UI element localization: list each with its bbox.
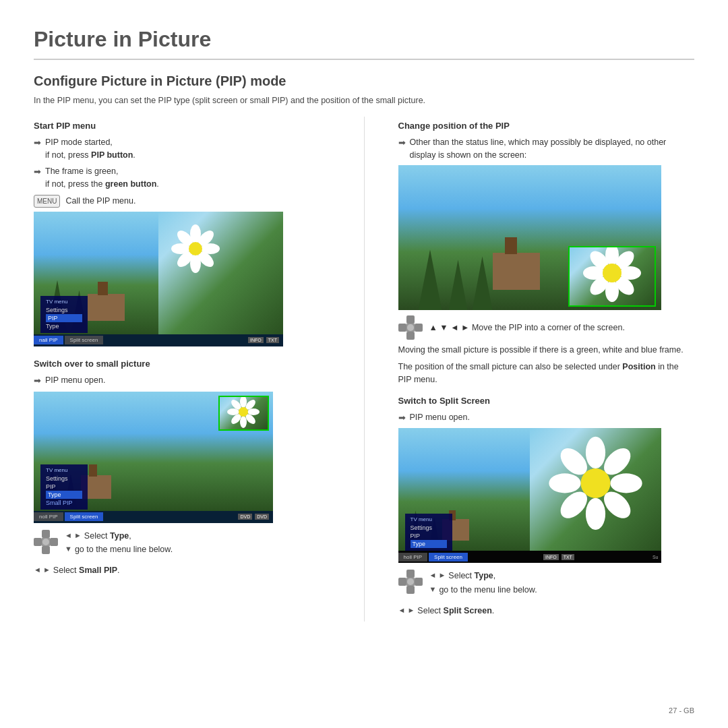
svg-rect-52	[406, 570, 415, 578]
svg-rect-53	[406, 586, 415, 594]
svg-rect-54	[398, 578, 406, 586]
tv-menu-overlay-3: TV menu Settings PIP Type	[405, 514, 452, 551]
svg-point-45	[610, 474, 642, 493]
right-column: Change position of the PIP ➡ Other than …	[398, 117, 695, 621]
select-type-left: ◄ ► Select Type, ▼ go to the menu line b…	[34, 530, 330, 561]
bullet-pip-mode: ➡ PIP mode started,if not, press PIP but…	[34, 136, 330, 162]
pip-menu-open-right: ➡ PIP menu open.	[398, 411, 695, 425]
svg-point-9	[189, 242, 202, 255]
menu-button-icon: MENU	[34, 195, 60, 208]
svg-point-19	[239, 407, 248, 417]
tv-screen-1: TV menu Settings PIP Type nall PIP Split…	[34, 212, 330, 346]
large-pip-overlay	[568, 246, 656, 307]
svg-point-57	[407, 578, 414, 585]
daisy-flower	[169, 222, 222, 278]
note-moving: Moving the small picture is possible if …	[398, 344, 695, 357]
note-position: The position of the small picture can al…	[398, 361, 695, 386]
svg-point-15	[240, 416, 247, 428]
tv-bottom-bar-3: holl PIP Split screen INFO TXT Su	[398, 551, 661, 563]
dpad-icon-2	[398, 315, 423, 340]
svg-point-13	[247, 408, 260, 415]
arrow-icon: ➡	[398, 412, 406, 425]
svg-rect-36	[406, 315, 415, 324]
tv-screen-2: TV menu Settings PIP Type Small PIP noll…	[34, 392, 330, 523]
pip-menu-open-left: ➡ PIP menu open.	[34, 374, 330, 388]
svg-rect-39	[415, 324, 423, 332]
tv-screen-3	[398, 165, 695, 310]
dpad-icon-3	[398, 570, 423, 594]
page-title: Picture in Picture	[34, 27, 694, 60]
tv-menu-overlay: TV menu Settings PIP Type	[40, 296, 88, 333]
svg-point-49	[549, 474, 580, 493]
arrow-icon: ➡	[34, 166, 41, 179]
move-pip-instruction: ▲ ▼ ◄ ► Move the PIP into a corner of th…	[398, 315, 695, 340]
svg-rect-21	[42, 546, 50, 554]
tv-menu-overlay-2: TV menu Settings PIP Type Small PIP	[40, 464, 88, 510]
call-pip-menu: MENU Call the PIP menu.	[34, 195, 330, 208]
svg-point-25	[42, 539, 49, 545]
change-position-title: Change position of the PIP	[398, 121, 695, 131]
svg-point-43	[585, 437, 605, 468]
svg-point-35	[603, 264, 621, 282]
select-type-right: ◄ ► Select Type, ▼ go to the menu line b…	[398, 570, 695, 601]
tv-bottom-bar-2: noll PIP Split screen DVD DVD	[34, 511, 273, 523]
page-number: 27 - GB	[669, 706, 694, 715]
start-pip-title: Start PIP menu	[34, 121, 330, 131]
select-small-pip: ◄ ► Select Small PIP.	[34, 564, 330, 577]
svg-rect-22	[34, 538, 42, 546]
svg-rect-37	[406, 332, 415, 340]
intro-text: In the PIP menu, you can set the PIP typ…	[34, 94, 694, 107]
arrow-icon: ➡	[34, 375, 41, 388]
svg-point-47	[585, 498, 605, 530]
svg-point-17	[227, 408, 239, 415]
arrow-icon: ➡	[398, 137, 406, 150]
section-title: Configure Picture in Picture (PIP) mode	[34, 73, 694, 89]
switch-split-title: Switch to Split Screen	[398, 396, 695, 406]
dpad-icon	[34, 530, 58, 554]
switch-small-title: Switch over to small picture	[34, 359, 330, 369]
bullet-frame-green: ➡ The frame is green,if not, press the g…	[34, 165, 330, 191]
svg-point-11	[240, 397, 247, 408]
svg-rect-23	[50, 538, 58, 546]
left-column: Start PIP menu ➡ PIP mode started,if not…	[34, 117, 330, 621]
svg-point-41	[407, 324, 414, 331]
svg-rect-20	[42, 530, 50, 538]
tv-screen-4: TV menu Settings PIP Type holl PIP Split…	[398, 428, 695, 563]
select-split-screen: ◄ ► Select Split Screen.	[398, 605, 695, 617]
pip-overlay	[218, 396, 269, 431]
tv-bottom-bar: nall PIP Split screen INFO TXT	[34, 334, 283, 346]
column-divider	[364, 117, 365, 621]
svg-rect-38	[398, 324, 406, 332]
arrow-icon: ➡	[34, 137, 41, 150]
bullet-status-line: ➡ Other than the status line, which may …	[398, 136, 695, 162]
svg-point-51	[580, 468, 610, 498]
svg-rect-55	[415, 578, 423, 586]
